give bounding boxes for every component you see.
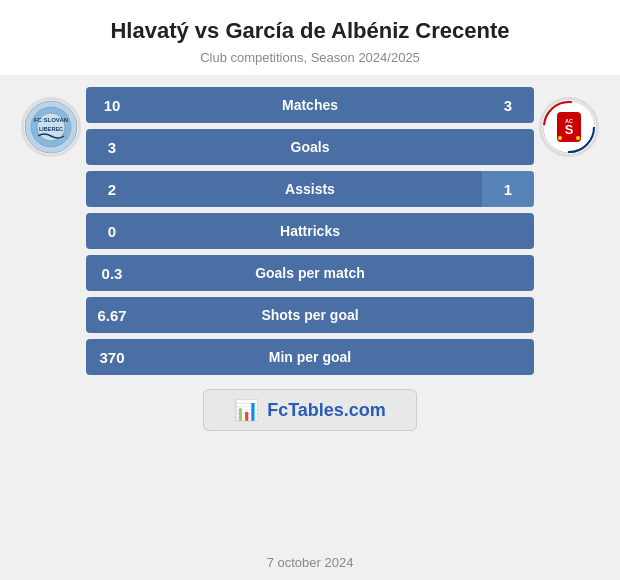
assists-right-val: 1: [482, 181, 534, 198]
hattricks-label: Hattricks: [138, 223, 482, 239]
min-per-goal-left-val: 370: [86, 349, 138, 366]
assists-label: Assists: [138, 181, 482, 197]
stat-row-goals: 3 Goals: [86, 129, 534, 165]
stat-row-shots-per-goal: 6.67 Shots per goal: [86, 297, 534, 333]
brand-text: FcTables.com: [267, 400, 386, 421]
min-per-goal-label: Min per goal: [138, 349, 482, 365]
sparta-logo: AC S: [539, 97, 599, 157]
svg-text:S: S: [565, 122, 574, 137]
date-footer: 7 october 2024: [267, 549, 354, 580]
shots-per-goal-left-val: 6.67: [86, 307, 138, 324]
content-area: FC SLOVAN LIBEREC 10 Matches 3 3 Goals: [0, 75, 620, 549]
hattricks-left-val: 0: [86, 223, 138, 240]
matches-right-val: 3: [482, 97, 534, 114]
matches-label: Matches: [138, 97, 482, 113]
assists-left-val: 2: [86, 181, 138, 198]
header: Hlavatý vs García de Albéniz Crecente Cl…: [0, 0, 620, 75]
left-logo-container: FC SLOVAN LIBEREC: [16, 87, 86, 157]
chart-icon: 📊: [234, 398, 259, 422]
match-title: Hlavatý vs García de Albéniz Crecente: [10, 18, 610, 44]
match-subtitle: Club competitions, Season 2024/2025: [10, 50, 610, 65]
stats-section: 10 Matches 3 3 Goals 2 Assists 1 0 Hattr…: [86, 87, 534, 435]
goals-per-match-left-val: 0.3: [86, 265, 138, 282]
stat-row-matches: 10 Matches 3: [86, 87, 534, 123]
stat-row-hattricks: 0 Hattricks: [86, 213, 534, 249]
svg-point-9: [558, 136, 562, 140]
tables-text: Tables.com: [288, 400, 386, 420]
shots-per-goal-label: Shots per goal: [138, 307, 482, 323]
right-logo-container: AC S: [534, 87, 604, 157]
slovan-logo-svg: FC SLOVAN LIBEREC: [24, 100, 78, 154]
sparta-logo-svg: AC S: [542, 100, 596, 154]
svg-text:LIBEREC: LIBEREC: [39, 126, 63, 132]
stat-row-assists: 2 Assists 1: [86, 171, 534, 207]
footer-logo-section: 📊 FcTables.com: [86, 381, 534, 435]
fctables-badge: 📊 FcTables.com: [203, 389, 417, 431]
page-wrapper: Hlavatý vs García de Albéniz Crecente Cl…: [0, 0, 620, 580]
stat-row-goals-per-match: 0.3 Goals per match: [86, 255, 534, 291]
matches-left-val: 10: [86, 97, 138, 114]
svg-point-10: [576, 136, 580, 140]
svg-text:FC SLOVAN: FC SLOVAN: [34, 117, 68, 123]
stat-row-min-per-goal: 370 Min per goal: [86, 339, 534, 375]
goals-per-match-label: Goals per match: [138, 265, 482, 281]
goals-left-val: 3: [86, 139, 138, 156]
slovan-logo: FC SLOVAN LIBEREC: [21, 97, 81, 157]
goals-label: Goals: [138, 139, 482, 155]
